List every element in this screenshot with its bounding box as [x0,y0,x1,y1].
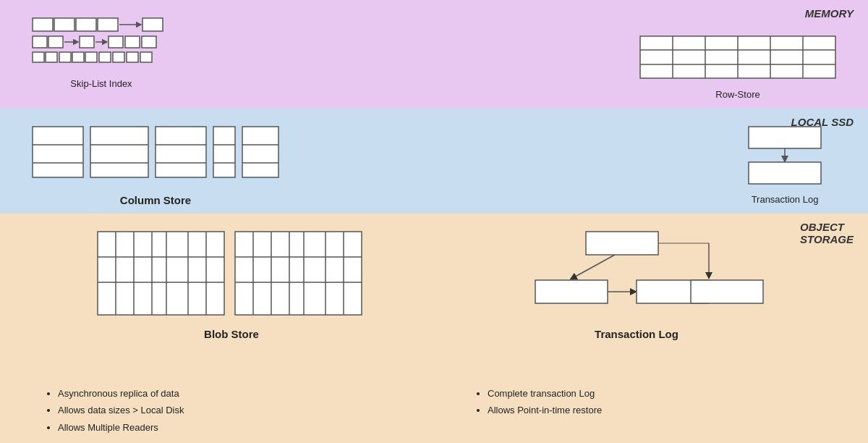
svg-rect-71 [535,280,608,303]
txlog-obj-diagram [499,228,774,322]
column-store-area: Column Store [29,119,282,206]
svg-rect-58 [235,232,362,315]
svg-rect-5 [142,18,163,31]
svg-rect-3 [98,18,118,31]
svg-rect-14 [33,52,44,62]
txlog-ssd-area: Transaction Log [731,119,839,205]
svg-rect-6 [33,36,47,48]
memory-label: MEMORY [805,7,854,20]
svg-rect-48 [749,162,821,184]
txlog-obj-label: Transaction Log [595,328,678,340]
svg-rect-22 [140,52,152,62]
blob-bullet-2: Allows data sizes > Local Disk [58,402,395,418]
svg-rect-46 [749,127,821,148]
row-store-diagram [637,33,839,83]
blob-bullet-3: Allows Multiple Readers [58,419,395,436]
svg-rect-0 [33,18,53,31]
txlog-obj-area: Transaction Log [434,224,839,340]
row-store-area: Row-Store [637,25,839,100]
blob-bullet-1: Asynchronous replica of data [58,385,395,402]
skip-list-area: Skip-List Index [29,14,174,89]
svg-rect-17 [72,52,84,62]
svg-rect-21 [127,52,138,62]
blob-store-diagram [94,228,369,322]
object-top-row: Blob Store [29,224,839,340]
svg-rect-2 [76,18,96,31]
svg-rect-12 [125,36,140,48]
svg-rect-37 [156,127,206,177]
blob-store-label: Blob Store [204,328,259,340]
svg-rect-13 [142,36,156,48]
svg-rect-40 [213,127,235,177]
svg-rect-18 [85,52,97,62]
svg-rect-49 [98,232,224,315]
svg-rect-9 [80,36,94,48]
skip-list-diagram [29,14,174,72]
txlog-bullet-2: Allows Point-in-time restore [488,402,825,418]
row-store-label: Row-Store [715,89,760,100]
svg-rect-11 [109,36,123,48]
txlog-bullet-1: Complete transaction Log [488,385,825,402]
ssd-label: LOCAL SSD [791,116,854,128]
object-storage-label: OBJECT STORAGE [800,221,854,245]
svg-rect-43 [242,127,278,177]
blob-store-bullets: Asynchronous replica of data Allows data… [43,385,395,436]
column-store-label: Column Store [120,194,191,206]
svg-rect-74 [691,280,763,303]
svg-rect-7 [48,36,63,48]
blob-store-bullet-list: Asynchronous replica of data Allows data… [43,385,395,436]
svg-rect-16 [59,52,71,62]
svg-rect-19 [99,52,111,62]
skip-list-label: Skip-List Index [70,78,132,89]
blob-store-area: Blob Store [29,224,434,340]
txlog-ssd-diagram [731,123,839,188]
column-store-diagram [29,123,282,188]
bullets-row: Asynchronous replica of data Allows data… [29,385,839,436]
svg-line-68 [571,255,615,279]
svg-rect-34 [90,127,148,177]
txlog-ssd-label: Transaction Log [752,194,819,205]
ssd-section: Column Store Transaction Log LOCAL SSD [0,109,868,214]
memory-section: Skip-List Index Row-Store MEMORY [0,0,868,109]
svg-rect-1 [54,18,75,31]
svg-rect-67 [586,232,658,255]
txlog-obj-bullets: Complete transaction Log Allows Point-in… [473,385,825,436]
svg-rect-15 [46,52,57,62]
svg-rect-31 [33,127,83,177]
svg-rect-20 [113,52,124,62]
object-storage-section: Blob Store [0,214,868,443]
txlog-obj-bullet-list: Complete transaction Log Allows Point-in… [473,385,825,419]
